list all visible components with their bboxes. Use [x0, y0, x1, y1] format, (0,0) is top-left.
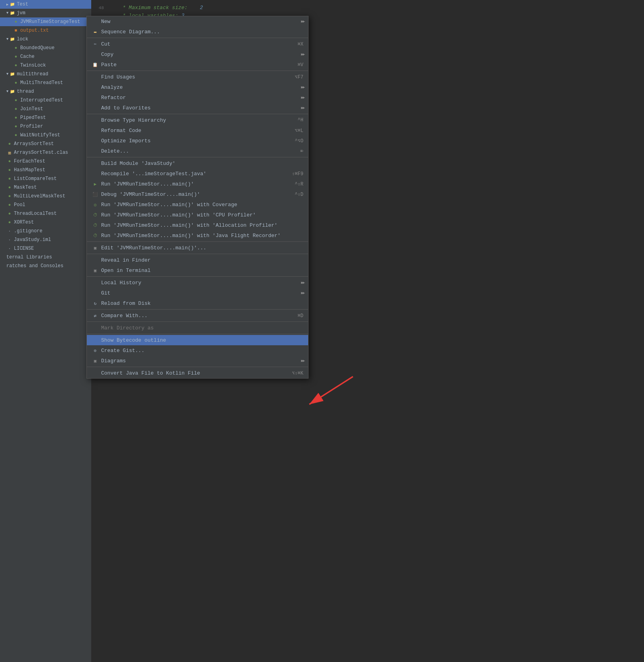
tree-item-waitnotify[interactable]: ● WaitNotifyTest [0, 131, 91, 140]
tree-label-xor: XORTest [14, 220, 34, 225]
menu-item-cut[interactable]: ✂ Cut ⌘X [87, 39, 308, 49]
tree-item-piped[interactable]: ● PipedTest [0, 113, 91, 122]
tree-item-hashmap[interactable]: ● HashMapTest [0, 166, 91, 174]
menu-item-findusages[interactable]: Find Usages ⌥F7 [87, 72, 308, 82]
refactor-icon [92, 94, 99, 101]
menu-item-refactor[interactable]: Refactor ▶ [87, 92, 308, 103]
menu-item-coverage[interactable]: ◎ Run 'JVMRunTimeStor....main()' with Co… [87, 199, 308, 210]
tree-item-thread[interactable]: ▼ 📁 thread [0, 87, 91, 96]
tree-item-test[interactable]: ▶ 📁 Test [0, 0, 91, 9]
menu-item-buildmodule[interactable]: Build Module 'JavaStudy' [87, 158, 308, 168]
tree-item-pool[interactable]: ● Pool [0, 201, 91, 209]
svg-line-1 [309, 377, 353, 404]
menu-item-editmain[interactable]: ▣ Edit 'JVMRunTimeStor....main()'... [87, 243, 308, 253]
menu-label-favorites: Add to Favorites [101, 105, 299, 111]
tree-item-twinslock[interactable]: ● TwinsLock [0, 61, 91, 70]
menu-item-allocprofiler[interactable]: ⏱ Run 'JVMRunTimeStor....main()' with 'A… [87, 220, 308, 230]
menu-label-new: New [101, 19, 299, 25]
menu-item-paste[interactable]: 📋 Paste ⌘V [87, 59, 308, 70]
tree-label-license: LICENSE [14, 246, 34, 251]
menu-item-recompile[interactable]: Recompile '...imeStorageTest.java' ⇧⌘F9 [87, 168, 308, 179]
context-menu: New ▶ ▬ Sequence Diagram... ✂ Cut ⌘X Cop… [86, 16, 309, 379]
tree-item-jvm[interactable]: ▼ 📁 jvm [0, 9, 91, 17]
file-icon-iml: · [6, 237, 13, 243]
code-line-48: 48 * Maximum stack size: 2 [91, 4, 644, 12]
menu-item-new[interactable]: New ▶ [87, 16, 308, 27]
menu-item-jfr[interactable]: ⏱ Run 'JVMRunTimeStor....main()' with 'J… [87, 230, 308, 241]
menu-item-reload[interactable]: ↻ Reload from Disk [87, 298, 308, 308]
menu-item-hierarchy[interactable]: Browse Type Hierarchy ^H [87, 115, 308, 125]
class-icon-arrayssort: ▦ [6, 149, 13, 156]
menu-item-cpuprofiler[interactable]: ⏱ Run 'JVMRunTimeStor....main()' with 'C… [87, 210, 308, 220]
optimize-icon [92, 138, 99, 144]
menu-item-localhistory[interactable]: Local History ▶ [87, 277, 308, 288]
tree-label-profiler: Profiler [20, 124, 43, 129]
menu-item-convertkotlin[interactable]: Convert Java File to Kotlin File ⌥⇧⌘K [87, 368, 308, 378]
tree-item-mask[interactable]: ● MaskTest [0, 183, 91, 192]
menu-label-coverage: Run 'JVMRunTimeStor....main()' with Cove… [101, 202, 303, 208]
menu-label-git: Git [101, 290, 299, 296]
tree-label-jvm: jvm [17, 10, 25, 16]
shortcut-delete: ⌦ [301, 148, 303, 154]
menu-item-creategist[interactable]: ⊙ Create Gist... [87, 345, 308, 356]
menu-item-compare[interactable]: ⇄ Compare With... ⌘D [87, 310, 308, 321]
tree-item-iml[interactable]: · JavaStudy.iml [0, 235, 91, 244]
shortcut-reformat: ⌥⌘L [295, 128, 303, 134]
coverage-icon: ◎ [92, 201, 99, 208]
menu-item-analyze[interactable]: Analyze ▶ [87, 82, 308, 92]
tree-item-scratches[interactable]: ratches and Consoles [0, 262, 91, 270]
openterminal-icon: ▣ [92, 267, 99, 274]
menu-item-git[interactable]: Git ▶ [87, 288, 308, 298]
tree-item-jvmruntime[interactable]: ● JVMRunTimeStorageTest [0, 17, 91, 26]
tree-item-license[interactable]: · LICENSE [0, 244, 91, 253]
separator-9 [87, 321, 308, 322]
tree-item-boundedqueue[interactable]: ● BoundedQueue [0, 44, 91, 52]
tree-item-multithread[interactable]: ▼ 📁 multithread [0, 70, 91, 78]
tree-item-mttest[interactable]: ● MultiThreadTest [0, 78, 91, 87]
menu-label-findusages: Find Usages [101, 74, 287, 80]
tree-item-cache[interactable]: ● Cache [0, 52, 91, 61]
menu-item-markdir[interactable]: Mark Directory as [87, 323, 308, 333]
tree-item-profiler[interactable]: ● Profiler [0, 122, 91, 131]
tree-item-arrayssort[interactable]: ● ArraysSortTest [0, 140, 91, 148]
tree-item-interrupted[interactable]: ● InterruptedTest [0, 96, 91, 105]
menu-item-reformat[interactable]: Reformat Code ⌥⌘L [87, 125, 308, 136]
tree-item-arrayssortclass[interactable]: ▦ ArraysSortTest.clas [0, 148, 91, 157]
separator-10 [87, 334, 308, 334]
tree-item-lock[interactable]: ▼ 📁 lock [0, 35, 91, 44]
tree-item-extlibs[interactable]: ternal Libraries [0, 253, 91, 262]
menu-label-refactor: Refactor [101, 95, 299, 101]
tree-item-join[interactable]: ● JoinTest [0, 105, 91, 113]
menu-item-copy[interactable]: Copy ▶ [87, 49, 308, 59]
java-icon-pool: ● [6, 202, 13, 208]
tree-item-foreach[interactable]: ● ForEachTest [0, 157, 91, 166]
menu-item-run[interactable]: ▶ Run 'JVMRunTimeStor....main()' ^⇧R [87, 179, 308, 189]
menu-label-convertkotlin: Convert Java File to Kotlin File [101, 370, 284, 376]
menu-item-openterminal[interactable]: ▣ Open in Terminal [87, 265, 308, 276]
menu-item-delete[interactable]: Delete... ⌦ [87, 146, 308, 156]
menu-item-revealfinder[interactable]: Reveal in Finder [87, 255, 308, 265]
copy-arrow: ▶ [301, 52, 303, 57]
menu-label-revealfinder: Reveal in Finder [101, 257, 303, 263]
tree-item-threadlocal[interactable]: ● ThreadLocalTest [0, 209, 91, 218]
tree-item-output[interactable]: ■ output.txt [0, 26, 91, 35]
diagrams-icon: ▣ [92, 358, 99, 364]
convertkotlin-icon [92, 370, 99, 376]
localhistory-icon [92, 279, 99, 286]
hierarchy-icon [92, 117, 99, 123]
menu-item-debug[interactable]: ⬛ Debug 'JVMRunTimeStor....main()' ^⇧D [87, 189, 308, 199]
tree-item-xor[interactable]: ● XORTest [0, 218, 91, 227]
paste-icon: 📋 [92, 61, 99, 68]
menu-item-diagrams[interactable]: ▣ Diagrams ▶ [87, 356, 308, 366]
showbytecode-icon [92, 337, 99, 343]
tree-item-multilevelmask[interactable]: ● MultiLevelMaskTest [0, 192, 91, 201]
menu-item-optimize[interactable]: Optimize Imports ^⌥O [87, 136, 308, 146]
menu-item-favorites[interactable]: Add to Favorites ▶ [87, 103, 308, 113]
menu-item-showbytecode[interactable]: Show Bytecode outline [87, 335, 308, 345]
menu-label-hierarchy: Browse Type Hierarchy [101, 117, 290, 123]
tree-item-listcompare[interactable]: ● ListCompareTest [0, 174, 91, 183]
menu-item-seqdiagram[interactable]: ▬ Sequence Diagram... [87, 27, 308, 37]
tree-item-gitignore[interactable]: · .gitignore [0, 227, 91, 235]
tree-label-pool: Pool [14, 202, 25, 208]
menu-label-compare: Compare With... [101, 313, 290, 319]
